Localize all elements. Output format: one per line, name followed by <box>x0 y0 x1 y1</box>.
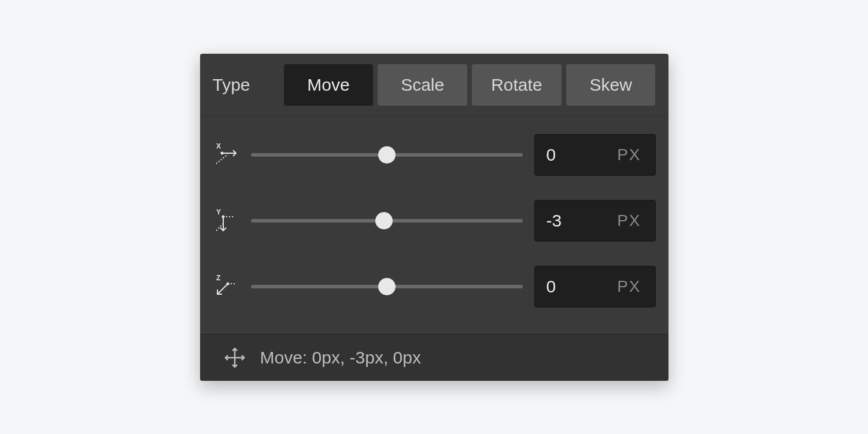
y-value-input[interactable]: -3 PX <box>534 200 656 242</box>
type-label: Type <box>213 75 250 95</box>
tab-label: Move <box>307 75 349 95</box>
value-unit: PX <box>617 277 641 296</box>
slider-thumb[interactable] <box>375 212 393 229</box>
slider-thumb[interactable] <box>378 146 396 164</box>
z-axis-icon: Z <box>213 273 239 300</box>
svg-line-11 <box>217 284 228 294</box>
svg-text:Y: Y <box>216 208 221 216</box>
summary-text: Move: 0px, -3px, 0px <box>260 348 421 368</box>
sliders-area: X 0 PX Y <box>200 117 668 331</box>
svg-line-3 <box>216 154 228 164</box>
move-icon <box>223 346 246 369</box>
slider-row-y: Y -3 PX <box>213 200 656 242</box>
tab-label: Rotate <box>491 75 542 95</box>
value-unit: PX <box>617 212 641 230</box>
value-number: -3 <box>546 211 562 231</box>
value-number: 0 <box>546 277 556 296</box>
tab-label: Skew <box>589 75 631 95</box>
slider-row-z: Z 0 PX <box>213 266 656 307</box>
transform-panel: Type Move Scale Rotate Skew X <box>200 54 668 381</box>
x-axis-icon: X <box>213 142 239 168</box>
svg-text:Z: Z <box>216 274 220 282</box>
y-axis-icon: Y <box>213 207 239 234</box>
z-slider[interactable] <box>251 278 523 295</box>
tab-rotate[interactable]: Rotate <box>472 64 562 106</box>
tab-label: Scale <box>401 75 444 95</box>
tab-scale[interactable]: Scale <box>378 64 467 106</box>
slider-row-x: X 0 PX <box>213 134 656 176</box>
tab-move[interactable]: Move <box>284 64 374 106</box>
x-value-input[interactable]: 0 PX <box>534 134 656 176</box>
tabs-row: Type Move Scale Rotate Skew <box>200 54 668 117</box>
z-value-input[interactable]: 0 PX <box>534 266 656 307</box>
value-unit: PX <box>617 146 641 164</box>
summary-bar[interactable]: Move: 0px, -3px, 0px <box>200 334 668 381</box>
value-number: 0 <box>546 145 556 165</box>
x-slider[interactable] <box>251 146 523 164</box>
svg-text:X: X <box>216 142 221 150</box>
slider-thumb[interactable] <box>378 278 396 295</box>
y-slider[interactable] <box>251 212 523 229</box>
tab-skew[interactable]: Skew <box>566 64 656 106</box>
